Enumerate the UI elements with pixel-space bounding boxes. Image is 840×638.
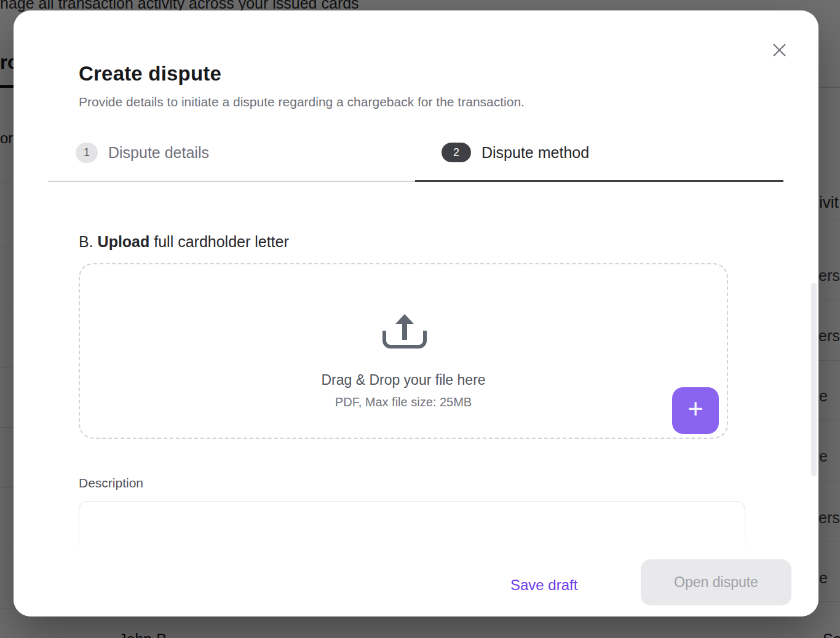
open-dispute-button[interactable]: Open dispute xyxy=(641,559,791,605)
section-heading-prefix: B. xyxy=(79,233,98,250)
dropzone-hint-text: PDF, Max file size: 25MB xyxy=(80,395,727,409)
create-dispute-modal: Create dispute Provide details to initia… xyxy=(14,10,818,616)
modal-subtitle: Provide details to initiate a dispute re… xyxy=(79,95,525,109)
modal-scrollbar-thumb[interactable] xyxy=(811,283,817,476)
x-icon xyxy=(772,42,787,58)
section-heading: B. Upload full cardholder letter xyxy=(79,233,289,251)
file-dropzone[interactable]: Drag & Drop your file here PDF, Max file… xyxy=(79,263,728,439)
screen: nage all transaction activity across you… xyxy=(0,0,840,638)
step-2-badge: 2 xyxy=(442,143,471,162)
add-file-button[interactable]: + xyxy=(672,387,719,434)
step-2-label: Dispute method xyxy=(481,144,589,162)
modal-title: Create dispute xyxy=(79,62,221,85)
section-heading-bold: Upload xyxy=(98,233,150,250)
section-heading-suffix: full cardholder letter xyxy=(149,233,289,250)
plus-icon: + xyxy=(687,387,703,430)
tab-dispute-method[interactable]: 2 Dispute method xyxy=(442,143,589,162)
step-1-label: Dispute details xyxy=(108,144,209,162)
description-label: Description xyxy=(79,476,143,490)
close-button[interactable] xyxy=(764,35,794,65)
modal-footer: Save draft Open dispute xyxy=(14,553,818,616)
upload-icon xyxy=(382,313,427,349)
tab-dispute-details[interactable]: 1 Dispute details xyxy=(76,143,209,163)
step-1-badge: 1 xyxy=(76,143,98,163)
dropzone-drag-text: Drag & Drop your file here xyxy=(80,372,727,388)
save-draft-button[interactable]: Save draft xyxy=(499,562,588,608)
tab-underline-active xyxy=(415,180,783,182)
tab-underline-inactive xyxy=(48,181,415,182)
